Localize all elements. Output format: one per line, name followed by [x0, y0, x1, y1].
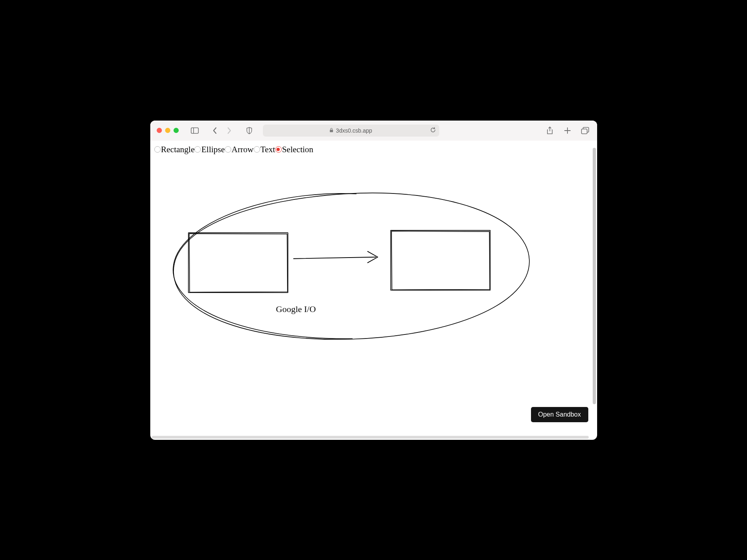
tabs-overview-icon[interactable] [579, 125, 591, 136]
page-content: Rectangle Ellipse Arrow Text Selection [150, 141, 597, 440]
shape-ellipse[interactable] [171, 187, 531, 345]
address-bar[interactable]: 3dxs0.csb.app [263, 125, 439, 137]
lock-icon [329, 128, 333, 133]
back-button[interactable] [209, 125, 220, 136]
svg-rect-2 [330, 130, 333, 132]
privacy-shield-icon[interactable] [244, 125, 255, 136]
open-sandbox-button[interactable]: Open Sandbox [531, 407, 588, 422]
drawing-canvas[interactable]: Google I/O [150, 141, 597, 440]
svg-rect-0 [191, 128, 198, 133]
shape-rectangle-left[interactable] [188, 233, 288, 292]
browser-titlebar: 3dxs0.csb.app [150, 121, 597, 141]
url-text: 3dxs0.csb.app [336, 127, 372, 134]
forward-button[interactable] [224, 125, 235, 136]
window-controls [157, 128, 179, 133]
maximize-window-button[interactable] [174, 128, 179, 133]
shape-text-label[interactable]: Google I/O [276, 304, 316, 314]
browser-window: 3dxs0.csb.app [150, 121, 597, 440]
shape-arrow[interactable] [293, 251, 378, 262]
close-window-button[interactable] [157, 128, 162, 133]
vertical-scrollbar[interactable] [593, 148, 596, 404]
svg-line-6 [293, 257, 376, 258]
drawing-svg [150, 141, 597, 440]
sidebar-toggle-icon[interactable] [189, 125, 200, 136]
shape-rectangle-right[interactable] [390, 230, 490, 290]
reload-icon[interactable] [430, 127, 436, 134]
minimize-window-button[interactable] [165, 128, 170, 133]
horizontal-scrollbar[interactable] [152, 436, 589, 439]
share-icon[interactable] [544, 125, 555, 136]
new-tab-icon[interactable] [562, 125, 573, 136]
svg-rect-5 [581, 129, 587, 134]
open-sandbox-label: Open Sandbox [538, 411, 581, 418]
